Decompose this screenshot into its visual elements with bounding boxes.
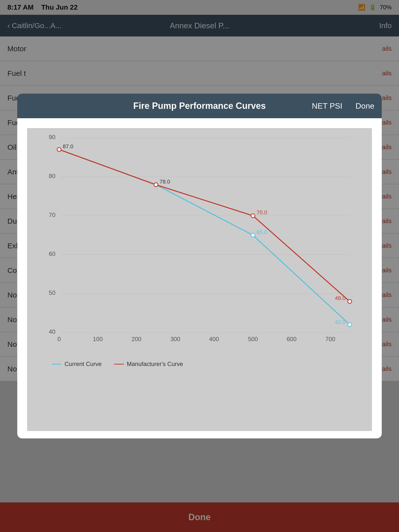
current-curve-legend-label: Current Curve xyxy=(65,361,102,367)
current-point-2 xyxy=(251,233,255,237)
svg-text:80: 80 xyxy=(49,173,55,179)
chart-legend: Current Curve Manufacturer's Curve xyxy=(32,356,367,370)
svg-text:40: 40 xyxy=(49,328,55,335)
manuf-point-2 xyxy=(251,214,255,218)
modal-header: Fire Pump Performance Curves NET PSI Don… xyxy=(17,94,382,118)
svg-text:50: 50 xyxy=(49,289,55,296)
manuf-point-0 xyxy=(57,148,61,151)
legend-manufacturer: Manufacturer's Curve xyxy=(114,361,183,367)
svg-text:60: 60 xyxy=(49,250,55,257)
svg-text:300: 300 xyxy=(170,336,180,342)
svg-text:100: 100 xyxy=(93,336,103,342)
svg-text:600: 600 xyxy=(287,336,297,342)
svg-text:500: 500 xyxy=(248,336,258,342)
modal-overlay: Fire Pump Performance Curves NET PSI Don… xyxy=(0,0,399,532)
label-78: 78.0 xyxy=(160,179,170,185)
chart-container: 90 80 70 60 50 40 0 100 200 300 400 500 xyxy=(27,128,372,431)
modal-title: Fire Pump Performance Curves xyxy=(133,101,266,111)
svg-text:0: 0 xyxy=(57,336,61,342)
modal-done-button[interactable]: Done xyxy=(356,101,375,111)
manufacturer-curve-legend-label: Manufacturer's Curve xyxy=(127,361,183,367)
svg-text:90: 90 xyxy=(49,134,55,140)
current-point-3 xyxy=(348,323,352,327)
current-curve-legend-line xyxy=(52,364,62,365)
modal: Fire Pump Performance Curves NET PSI Don… xyxy=(17,94,382,438)
label-65: 65.0 xyxy=(257,229,267,235)
manuf-point-1 xyxy=(154,183,158,187)
label-42: 42.0 xyxy=(335,319,346,325)
net-psi-label[interactable]: NET PSI xyxy=(312,101,342,111)
svg-text:700: 700 xyxy=(325,336,335,342)
legend-current: Current Curve xyxy=(52,361,102,367)
svg-text:70: 70 xyxy=(49,212,55,218)
svg-text:200: 200 xyxy=(132,336,141,342)
label-48: 48.0 xyxy=(335,295,346,301)
manufacturer-curve-legend-line xyxy=(114,364,124,365)
manuf-point-3 xyxy=(348,299,352,303)
svg-rect-0 xyxy=(59,138,350,332)
chart-svg: 90 80 70 60 50 40 0 100 200 300 400 500 xyxy=(32,133,367,355)
label-87: 87.0 xyxy=(63,143,73,150)
svg-text:400: 400 xyxy=(209,336,219,342)
modal-body: 90 80 70 60 50 40 0 100 200 300 400 500 xyxy=(17,118,382,438)
label-70: 70.0 xyxy=(257,209,267,216)
